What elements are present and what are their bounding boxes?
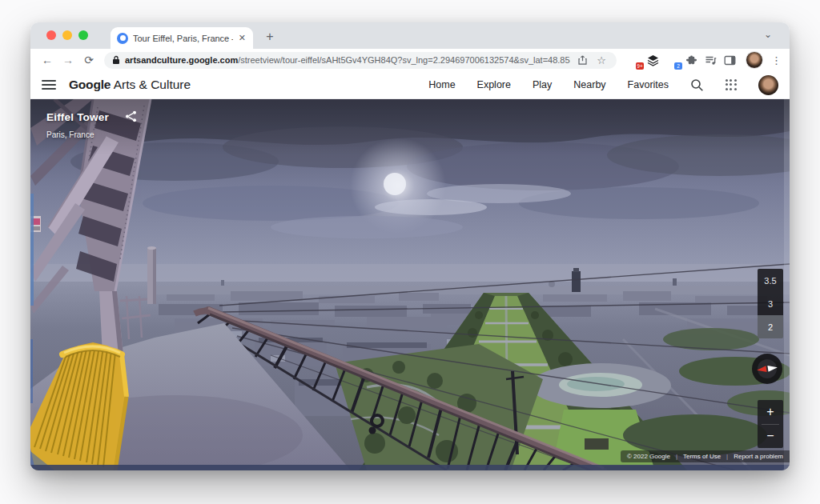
extension-gift-icon[interactable]: 9+	[628, 54, 640, 66]
report-problem-link[interactable]: Report a problem	[734, 453, 783, 460]
arts-culture-favicon-icon	[117, 33, 128, 44]
floor-button-3[interactable]: 3	[758, 292, 783, 315]
tab-strip: Tour Eiffel, Paris, France — Go ✕ + ⌄	[30, 22, 790, 49]
zoom-in-button[interactable]: +	[758, 400, 783, 424]
tab-search-chevron-icon[interactable]: ⌄	[764, 29, 772, 40]
place-title: Eiffel Tower	[46, 111, 109, 123]
zoom-control: + −	[758, 400, 783, 448]
nav-play[interactable]: Play	[533, 79, 552, 90]
url-path: /streetview/tour-eiffel/sAHt5Gv4YGH84Q?s…	[238, 55, 570, 65]
map-attribution: © 2022 Google | Terms of Use | Report a …	[621, 450, 790, 462]
browser-tab[interactable]: Tour Eiffel, Paris, France — Go ✕	[111, 27, 253, 49]
new-tab-button[interactable]: +	[259, 26, 280, 47]
floor-selector: 3.5 3 2	[758, 269, 783, 338]
extensions-puzzle-icon[interactable]	[685, 54, 697, 66]
nav-home[interactable]: Home	[428, 79, 455, 90]
compass-control[interactable]	[752, 354, 782, 384]
close-window-button[interactable]	[46, 30, 56, 40]
media-queue-icon[interactable]	[705, 54, 717, 66]
google-apps-grid-icon[interactable]	[726, 79, 737, 90]
minimize-window-button[interactable]	[62, 30, 72, 40]
floor-button-3-5[interactable]: 3.5	[758, 269, 783, 292]
browser-menu-icon[interactable]: ⋮	[771, 54, 782, 66]
url-domain: artsandculture.google.com	[125, 55, 238, 65]
floor-button-2[interactable]: 2	[758, 315, 783, 338]
extension-color-icon[interactable]: 2	[666, 54, 678, 66]
copyright-text: © 2022 Google	[627, 453, 670, 460]
share-page-icon[interactable]	[575, 55, 589, 65]
search-icon[interactable]	[690, 78, 704, 92]
site-header: Google Arts & Culture Home Explore Play …	[30, 71, 790, 99]
extension-layers-icon[interactable]	[647, 54, 659, 66]
tab-close-icon[interactable]: ✕	[238, 33, 247, 43]
reload-button[interactable]: ⟳	[80, 54, 98, 66]
place-subtitle: Paris, France	[46, 130, 137, 139]
streetview-viewport: Eiffel Tower Paris, France 3.5 3 2	[30, 99, 790, 470]
site-logo[interactable]: Google Arts & Culture	[69, 78, 191, 92]
window-controls	[46, 30, 88, 40]
browser-toolbar: ← → ⟳ artsandculture.google.com/streetvi…	[30, 49, 790, 71]
browser-window: Tour Eiffel, Paris, France — Go ✕ + ⌄ ← …	[30, 22, 790, 470]
zoom-out-button[interactable]: −	[758, 425, 783, 449]
site-nav: Home Explore Play Nearby Favorites	[428, 75, 778, 95]
place-info: Eiffel Tower Paris, France	[46, 110, 137, 139]
zoom-window-button[interactable]	[78, 30, 88, 40]
menu-hamburger-icon[interactable]	[42, 80, 56, 90]
tab-title: Tour Eiffel, Paris, France — Go	[133, 34, 233, 43]
share-icon[interactable]	[125, 110, 137, 126]
side-panel-icon[interactable]	[724, 54, 736, 66]
extension-icons: 9+ 2	[628, 54, 736, 66]
back-button[interactable]: ←	[38, 54, 56, 66]
url-text: artsandculture.google.com/streetview/tou…	[125, 55, 570, 65]
account-avatar[interactable]	[758, 75, 778, 95]
nav-favorites[interactable]: Favorites	[628, 79, 669, 90]
address-bar[interactable]: artsandculture.google.com/streetview/tou…	[104, 52, 617, 69]
nav-nearby[interactable]: Nearby	[573, 79, 605, 90]
streetview-panorama[interactable]	[30, 99, 790, 470]
terms-of-use-link[interactable]: Terms of Use	[683, 453, 721, 460]
browser-profile-avatar[interactable]	[746, 51, 763, 69]
forward-button[interactable]: →	[59, 54, 77, 66]
bookmark-star-icon[interactable]: ☆	[594, 54, 609, 66]
nav-explore[interactable]: Explore	[477, 79, 511, 90]
lock-icon	[112, 55, 120, 65]
